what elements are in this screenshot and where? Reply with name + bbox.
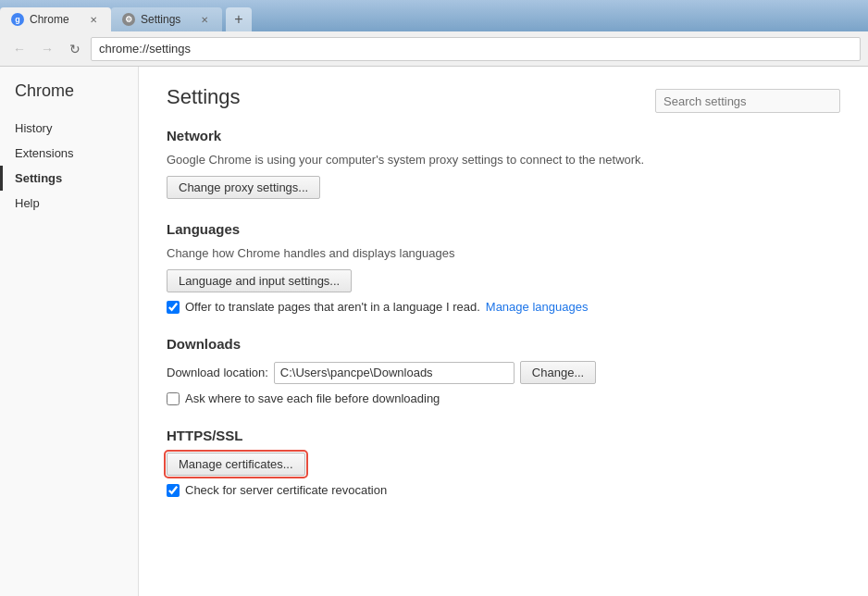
sidebar-item-history[interactable]: History xyxy=(0,116,138,141)
main-layout: Chrome History Extensions Settings Help … xyxy=(0,67,868,596)
download-location-label: Download location: xyxy=(167,366,268,379)
download-path-input[interactable] xyxy=(274,362,515,384)
chrome-tab-icon: g xyxy=(11,13,24,26)
chrome-tab-label: Chrome xyxy=(30,13,81,26)
cert-revocation-label: Check for server certificate revocation xyxy=(185,483,387,497)
cert-revocation-checkbox[interactable] xyxy=(167,484,180,497)
content-area: Settings Network Google Chrome is using … xyxy=(139,67,868,596)
section-languages: Languages Change how Chrome handles and … xyxy=(167,221,840,314)
ask-save-label: Ask where to save each file before downl… xyxy=(185,391,440,405)
translate-checkbox[interactable] xyxy=(167,301,180,314)
ask-save-checkbox[interactable] xyxy=(167,392,180,405)
languages-description: Change how Chrome handles and displays l… xyxy=(167,246,840,260)
network-title: Network xyxy=(167,128,840,143)
sidebar-title: Chrome xyxy=(0,81,138,116)
section-https-ssl: HTTPS/SSL Manage certificates... Check f… xyxy=(167,428,840,497)
change-proxy-button[interactable]: Change proxy settings... xyxy=(167,176,320,199)
sidebar-item-settings[interactable]: Settings xyxy=(0,166,138,191)
sidebar: Chrome History Extensions Settings Help xyxy=(0,67,139,596)
translate-checkbox-label: Offer to translate pages that aren't in … xyxy=(185,300,480,314)
page-title: Settings xyxy=(167,85,241,109)
sidebar-item-help[interactable]: Help xyxy=(0,191,138,216)
languages-title: Languages xyxy=(167,221,840,237)
tab-bar: g Chrome ✕ ⚙ Settings ✕ + xyxy=(0,0,868,31)
settings-tab-label: Settings xyxy=(141,13,192,26)
tab-chrome[interactable]: g Chrome ✕ xyxy=(0,7,111,31)
address-bar[interactable] xyxy=(91,37,861,61)
cert-revocation-checkbox-row: Check for server certificate revocation xyxy=(167,483,840,497)
section-downloads: Downloads Download location: Change... A… xyxy=(167,336,840,405)
download-location-row: Download location: Change... xyxy=(167,361,840,384)
network-description: Google Chrome is using your computer's s… xyxy=(167,153,840,167)
ask-save-checkbox-row: Ask where to save each file before downl… xyxy=(167,391,840,405)
back-button[interactable]: ← xyxy=(7,37,31,61)
settings-tab-close[interactable]: ✕ xyxy=(198,13,211,26)
search-settings-input[interactable] xyxy=(655,89,840,113)
chrome-tab-close[interactable]: ✕ xyxy=(87,13,100,26)
translate-checkbox-row: Offer to translate pages that aren't in … xyxy=(167,300,840,314)
manage-languages-link[interactable]: Manage languages xyxy=(486,300,589,314)
https-ssl-title: HTTPS/SSL xyxy=(167,428,840,443)
manage-certificates-button[interactable]: Manage certificates... xyxy=(167,453,305,476)
browser-frame: g Chrome ✕ ⚙ Settings ✕ + ← → ↻ Chrome H… xyxy=(0,0,868,596)
sidebar-item-extensions[interactable]: Extensions xyxy=(0,141,138,166)
settings-tab-icon: ⚙ xyxy=(122,13,135,26)
reload-button[interactable]: ↻ xyxy=(63,37,87,61)
new-tab-button[interactable]: + xyxy=(226,7,252,31)
section-network: Network Google Chrome is using your comp… xyxy=(167,128,840,199)
forward-button[interactable]: → xyxy=(35,37,59,61)
toolbar: ← → ↻ xyxy=(0,31,868,67)
tab-settings[interactable]: ⚙ Settings ✕ xyxy=(111,7,222,31)
change-download-button[interactable]: Change... xyxy=(520,361,596,384)
language-input-settings-button[interactable]: Language and input settings... xyxy=(167,269,352,292)
downloads-title: Downloads xyxy=(167,336,840,352)
